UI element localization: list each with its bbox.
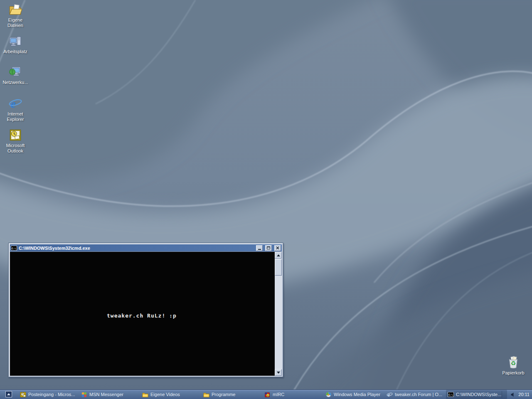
up-arrow-icon	[277, 254, 280, 256]
close-button[interactable]	[274, 245, 281, 251]
taskbar-button-label: Posteingang - Micros...	[28, 392, 75, 397]
my-computer-icon	[8, 34, 22, 48]
desktop-icon-label: Arbeitsplatz	[1, 49, 30, 54]
minimize-button[interactable]	[256, 245, 263, 251]
cmd-icon: C:\	[448, 392, 454, 397]
taskbar-button-label: Eigene Videos	[150, 392, 180, 397]
scrollbar-thumb[interactable]	[275, 259, 282, 276]
desktop-icon-label: Internet Explorer	[1, 111, 30, 122]
clock: 20:11	[518, 392, 530, 397]
collapse-up-icon	[7, 393, 10, 395]
outlook-icon	[8, 128, 22, 142]
close-icon	[276, 246, 279, 249]
desktop-icon-microsoft-outlook[interactable]: Microsoft Outlook	[1, 128, 30, 154]
taskbar-button-cmd[interactable]: C:\ C:\WINDOWS\Syste...	[446, 390, 507, 399]
cmd-scrollbar[interactable]	[275, 252, 282, 376]
cmd-icon: C:\	[11, 246, 17, 251]
taskbar-button-label: C:\WINDOWS\Syste...	[456, 392, 501, 397]
svg-text:e: e	[388, 392, 390, 398]
volume-icon[interactable]	[511, 392, 515, 397]
taskbar-collapse-button[interactable]	[5, 391, 12, 397]
taskbar-button-tweaker-forum[interactable]: e tweaker.ch Forum | O...	[385, 390, 446, 399]
taskbar-button-label: MSN Messenger	[89, 392, 123, 397]
internet-explorer-icon: e	[8, 96, 22, 111]
taskbar-buttons: Posteingang - Micros... MSN Messenger Ei…	[18, 390, 507, 399]
recycle-bin-icon: ♻	[506, 355, 520, 369]
desktop-icon-arbeitsplatz[interactable]: Arbeitsplatz	[1, 34, 30, 54]
my-documents-icon	[8, 2, 22, 17]
svg-text:e: e	[10, 97, 15, 110]
minimize-icon	[258, 249, 261, 250]
outlook-icon	[20, 392, 26, 398]
taskbar-button-eigene-videos[interactable]: Eigene Videos	[140, 390, 202, 399]
system-tray: 20:11	[511, 390, 530, 399]
cmd-window-titlebar[interactable]: C:\ C:\WINDOWS\System32\cmd.exe	[10, 244, 282, 251]
taskbar-button-posteingang[interactable]: Posteingang - Micros...	[18, 390, 79, 399]
taskbar-button-label: tweaker.ch Forum | O...	[395, 392, 442, 397]
taskbar-button-label: Windows Media Player	[334, 392, 380, 397]
taskbar-button-label: Programme	[212, 392, 235, 397]
taskbar-button-programme[interactable]: Programme	[202, 390, 263, 399]
cmd-window-title: C:\WINDOWS\System32\cmd.exe	[19, 246, 254, 251]
folder-icon	[203, 392, 209, 398]
mirc-icon	[264, 392, 271, 398]
taskbar-button-windows-media-player[interactable]: Windows Media Player	[324, 390, 385, 399]
internet-explorer-icon: e	[387, 392, 393, 398]
console-text: tweaker.ch RuLz! :p	[107, 313, 177, 319]
taskbar-button-mirc[interactable]: mIRC	[263, 390, 324, 399]
desktop-icon-label: Papierkorb	[499, 370, 528, 376]
down-arrow-icon	[277, 372, 280, 374]
scroll-up-button[interactable]	[275, 252, 282, 259]
desktop-icon-netzwerkumgebung[interactable]: Netzwerku...	[1, 65, 30, 85]
taskbar: Posteingang - Micros... MSN Messenger Ei…	[0, 389, 532, 399]
desktop-icon-papierkorb[interactable]: ♻ Papierkorb	[499, 355, 528, 376]
network-neighborhood-icon	[8, 65, 22, 79]
folder-icon	[142, 392, 148, 398]
taskbar-button-msn-messenger[interactable]: MSN Messenger	[79, 390, 140, 399]
desktop-icon-eigene-dateien[interactable]: Eigene Dateien	[1, 2, 30, 28]
desktop-icon-label: Eigene Dateien	[1, 17, 30, 28]
cmd-console-area[interactable]: tweaker.ch RuLz! :p	[10, 251, 282, 376]
maximize-icon	[267, 246, 270, 249]
desktop-icon-label: Netzwerku...	[1, 80, 30, 85]
tray-divider	[502, 391, 502, 398]
scroll-down-button[interactable]	[275, 369, 282, 376]
desktop-icon-label: Microsoft Outlook	[1, 143, 30, 154]
msn-messenger-icon	[81, 392, 87, 398]
windows-media-player-icon	[325, 392, 332, 398]
svg-text:♻: ♻	[511, 360, 516, 367]
desktop-icon-internet-explorer[interactable]: e Internet Explorer	[1, 96, 30, 122]
taskbar-button-label: mIRC	[273, 392, 284, 397]
maximize-button[interactable]	[265, 245, 272, 251]
cmd-window: C:\ C:\WINDOWS\System32\cmd.exe tweaker.…	[8, 243, 283, 377]
